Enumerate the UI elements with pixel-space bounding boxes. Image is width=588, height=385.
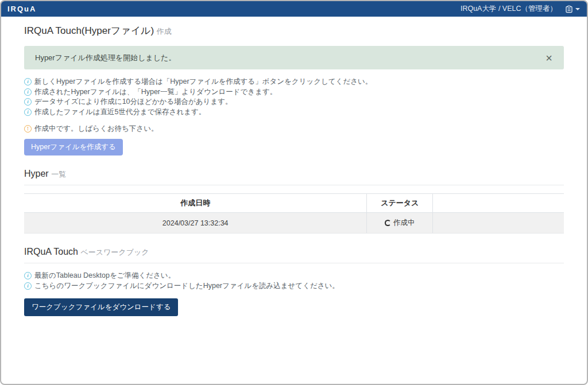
user-menu-toggle[interactable] bbox=[565, 5, 580, 13]
info-icon bbox=[24, 108, 32, 116]
app-window: IRQuA IRQuA大学 / VELC（管理者） IRQuA Touch(Hy… bbox=[0, 0, 588, 385]
page-title-sub: 作成 bbox=[157, 27, 172, 36]
section-title-sub: 一覧 bbox=[51, 170, 66, 178]
info-icon bbox=[24, 88, 32, 96]
cell-created-at: 2024/03/27 13:32:34 bbox=[24, 213, 367, 234]
download-workbook-button[interactable]: ワークブックファイルをダウンロードする bbox=[24, 298, 178, 316]
alert-message: Hyperファイル作成処理を開始しました。 bbox=[35, 53, 176, 63]
table-header-row: 作成日時 ステータス bbox=[24, 194, 564, 213]
create-info-list: 新しくHyperファイルを作成する場合は「Hyperファイルを作成する」ボタンを… bbox=[24, 77, 564, 117]
table-row: 2024/03/27 13:32:34 作成中 bbox=[24, 213, 564, 234]
warning-icon bbox=[24, 125, 32, 133]
page-title: IRQuA Touch(Hyperファイル) 作成 bbox=[24, 24, 564, 37]
warning-text: 作成中です。しばらくお待ち下さい。 bbox=[34, 124, 158, 134]
header-status: ステータス bbox=[367, 194, 433, 213]
in-progress-notice: 作成中です。しばらくお待ち下さい。 bbox=[24, 124, 564, 134]
status-text: 作成中 bbox=[393, 218, 415, 228]
clipboard-icon bbox=[565, 5, 573, 13]
main-content: IRQuA Touch(Hyperファイル) 作成 Hyperファイル作成処理を… bbox=[1, 24, 587, 316]
info-icon bbox=[24, 282, 32, 290]
create-hyper-button[interactable]: Hyperファイルを作成する bbox=[24, 139, 123, 155]
cell-status: 作成中 bbox=[367, 213, 433, 234]
cell-extra bbox=[433, 213, 564, 234]
list-item: こちらのワークブックファイルにダウンロードしたHyperファイルを読み込ませてく… bbox=[24, 281, 564, 291]
section-title-hyper-list: Hyper 一覧 bbox=[24, 169, 564, 185]
navbar-right: IRQuA大学 / VELC（管理者） bbox=[461, 4, 580, 14]
chevron-down-icon bbox=[575, 8, 580, 10]
info-icon bbox=[24, 272, 32, 279]
header-created-at: 作成日時 bbox=[24, 194, 367, 213]
navbar: IRQuA IRQuA大学 / VELC（管理者） bbox=[1, 1, 587, 17]
section-title-main: Hyper bbox=[24, 169, 49, 178]
hyper-table: 作成日時 ステータス 2024/03/27 13:32:34 作成中 bbox=[24, 193, 564, 234]
info-icon bbox=[24, 98, 32, 106]
spinner-icon bbox=[385, 220, 391, 226]
section-title-sub: ベースワークブック bbox=[80, 248, 149, 256]
workbook-info-list: 最新のTableau Desktopをご準備ください。 こちらのワークブックファ… bbox=[24, 271, 564, 291]
list-item: データサイズにより作成に10分ほどかかる場合があります。 bbox=[24, 97, 564, 107]
page-title-main: IRQuA Touch(Hyperファイル) bbox=[24, 25, 154, 36]
list-item: 新しくHyperファイルを作成する場合は「Hyperファイルを作成する」ボタンを… bbox=[24, 77, 564, 87]
list-item: 作成したファイルは直近5世代分まで保存されます。 bbox=[24, 107, 564, 118]
success-alert: Hyperファイル作成処理を開始しました。 × bbox=[24, 46, 564, 69]
header-extra bbox=[433, 194, 564, 213]
alert-close-button[interactable]: × bbox=[544, 52, 554, 64]
list-item: 作成されたHyperファイルは、「Hyper一覧」よりダウンロードできます。 bbox=[24, 87, 564, 98]
section-title-main: IRQuA Touch bbox=[24, 247, 78, 256]
info-icon bbox=[24, 78, 32, 85]
list-item: 最新のTableau Desktopをご準備ください。 bbox=[24, 271, 564, 281]
brand-logo[interactable]: IRQuA bbox=[7, 5, 36, 13]
account-label: IRQuA大学 / VELC（管理者） bbox=[461, 4, 557, 14]
section-title-workbook: IRQuA Touch ベースワークブック bbox=[24, 247, 564, 263]
